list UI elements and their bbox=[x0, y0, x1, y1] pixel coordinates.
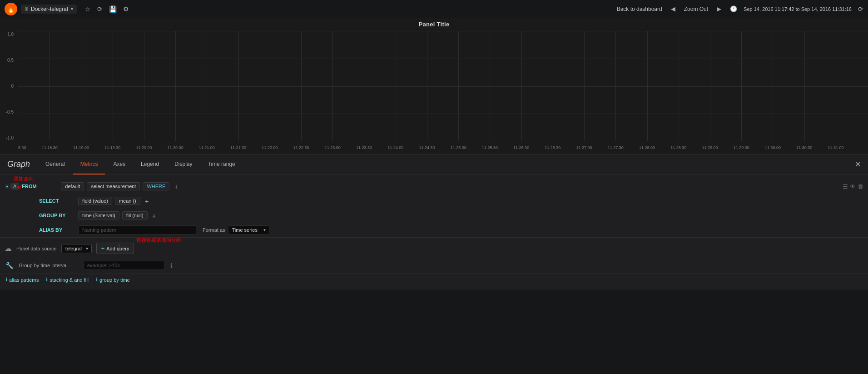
select-add-button[interactable]: + bbox=[143, 197, 151, 205]
info-icon-1: ℹ bbox=[5, 277, 7, 283]
v-grid-line bbox=[144, 31, 144, 141]
zoom-left-button[interactable]: ◀ bbox=[669, 5, 678, 13]
plus-icon: + bbox=[101, 245, 105, 252]
panel-editor-title: Graph bbox=[7, 160, 30, 169]
grid-line bbox=[18, 86, 868, 87]
x-label: 11:22:00 bbox=[262, 145, 278, 150]
format-select-wrapper[interactable]: Time series Table Heatmap bbox=[228, 225, 269, 234]
alias-patterns-label: alias patterns bbox=[9, 277, 39, 283]
v-grid-line bbox=[836, 31, 836, 141]
v-grid-line bbox=[175, 31, 176, 141]
breadcrumb: ⊞ Docker-telegraf ▾ bbox=[21, 5, 77, 14]
panel-editor: Graph General Metrics Axes Legend Displa… bbox=[0, 155, 868, 290]
tab-display[interactable]: Display bbox=[167, 155, 199, 175]
select-measurement-tag[interactable]: select measurement bbox=[87, 182, 140, 190]
row-delete-button[interactable]: 🗑 bbox=[858, 183, 863, 190]
group-by-time-link-label: group by time bbox=[99, 277, 130, 283]
settings-row: 🔧 Group by time interval ℹ bbox=[0, 257, 868, 274]
naming-pattern-input[interactable] bbox=[78, 225, 196, 234]
wrench-icon: 🔧 bbox=[5, 262, 13, 269]
query-toggle[interactable]: ▾ A bbox=[5, 183, 19, 190]
v-grid-line bbox=[804, 31, 805, 141]
row-eye-button[interactable]: 👁 bbox=[850, 183, 856, 190]
alias-by-row: ALIAS BY Format as Time series Table Hea… bbox=[0, 223, 868, 237]
fill-tag[interactable]: fill (null) bbox=[122, 211, 148, 219]
grid-line bbox=[18, 59, 868, 59]
y-label-4: -0.5 bbox=[2, 110, 16, 115]
query-label-a[interactable]: A bbox=[10, 183, 19, 190]
time-interval-tag[interactable]: time ($interval) bbox=[78, 211, 119, 219]
zoom-out-label[interactable]: Zoom Out bbox=[684, 6, 708, 12]
y-axis: 1.0 0.5 0 -0.5 -1.0 bbox=[0, 31, 18, 141]
v-grid-line bbox=[679, 31, 679, 141]
add-query-button[interactable]: + Add query bbox=[96, 243, 134, 254]
grid-line bbox=[18, 31, 868, 31]
row-menu-button[interactable]: ☰ bbox=[843, 183, 848, 190]
v-grid-line bbox=[113, 31, 113, 141]
zoom-right-button[interactable]: ▶ bbox=[714, 5, 724, 13]
settings-button[interactable]: ⚙ bbox=[121, 4, 131, 15]
x-label: 11:28:00 bbox=[639, 145, 655, 150]
nav-actions: ☆ ⟳ 💾 ⚙ bbox=[83, 4, 131, 15]
metrics-editor: 添加查询 ↙ ▾ A FROM default select measureme… bbox=[0, 175, 868, 290]
y-label-5: -1.0 bbox=[2, 135, 16, 140]
info-icon[interactable]: ℹ bbox=[170, 262, 173, 269]
time-range: Sep 14, 2016 11:17:42 to Sep 14, 2016 11… bbox=[744, 6, 852, 12]
from-row-actions: ☰ 👁 🗑 bbox=[843, 183, 863, 190]
v-grid-line bbox=[458, 31, 459, 141]
tab-axes[interactable]: Axes bbox=[106, 155, 133, 175]
refresh-button[interactable]: ⟳ bbox=[858, 5, 863, 13]
alias-by-label: ALIAS BY bbox=[39, 227, 75, 233]
close-panel-button[interactable]: ✕ bbox=[855, 160, 861, 169]
x-label: 11:19:30 bbox=[104, 145, 120, 150]
v-grid-line bbox=[364, 31, 364, 141]
v-grid-line bbox=[396, 31, 396, 141]
tab-metrics[interactable]: Metrics bbox=[73, 155, 105, 175]
x-label: 11:21:00 bbox=[199, 145, 215, 150]
x-axis: 11:18:00 11:18:30 11:19:00 11:19:30 11:2… bbox=[18, 141, 868, 154]
v-grid-line bbox=[238, 31, 239, 141]
group-by-time-link[interactable]: ℹ group by time bbox=[96, 277, 130, 283]
v-grid-line bbox=[207, 31, 207, 141]
where-add-button[interactable]: + bbox=[172, 183, 180, 190]
v-grid-line bbox=[332, 31, 333, 141]
default-tag[interactable]: default bbox=[61, 182, 84, 190]
x-label: 11:26:00 bbox=[513, 145, 529, 150]
share-button[interactable]: ⟳ bbox=[95, 4, 104, 15]
group-by-row: GROUP BY time ($interval) fill (null) + bbox=[0, 208, 868, 223]
y-label-3: 0 bbox=[2, 84, 16, 89]
group-by-add-button[interactable]: + bbox=[150, 212, 158, 219]
y-label-1: 1.0 bbox=[2, 32, 16, 37]
back-to-dashboard[interactable]: Back to dashboard bbox=[617, 6, 662, 12]
group-by-time-input[interactable] bbox=[83, 261, 165, 270]
x-label: 11:23:30 bbox=[356, 145, 372, 150]
group-by-label: GROUP BY bbox=[39, 213, 75, 218]
telegraf-select-wrapper[interactable]: telegraf bbox=[61, 244, 92, 253]
tab-general[interactable]: General bbox=[38, 155, 72, 175]
field-value-tag[interactable]: field (value) bbox=[78, 197, 112, 205]
format-select[interactable]: Time series Table Heatmap bbox=[228, 225, 269, 234]
query-label-row: ▾ A bbox=[5, 183, 19, 190]
alias-patterns-link[interactable]: ℹ alias patterns bbox=[5, 277, 39, 283]
from-label: FROM bbox=[22, 184, 58, 189]
x-label: 11:20:30 bbox=[168, 145, 184, 150]
x-label: 11:18:30 bbox=[42, 145, 58, 150]
save-button[interactable]: 💾 bbox=[107, 4, 119, 15]
star-button[interactable]: ☆ bbox=[83, 4, 93, 15]
datasource-select[interactable]: telegraf bbox=[61, 244, 92, 253]
select-label: SELECT bbox=[39, 198, 75, 204]
v-grid-line bbox=[615, 31, 616, 141]
panel-data-source-label: Panel data source bbox=[16, 246, 57, 251]
x-label: 11:23:00 bbox=[325, 145, 341, 150]
top-nav: 🔥 ⊞ Docker-telegraf ▾ ☆ ⟳ 💾 ⚙ Back to da… bbox=[0, 0, 868, 18]
app-logo: 🔥 bbox=[5, 3, 17, 15]
info-icon-2: ℹ bbox=[46, 277, 48, 283]
tab-time-range[interactable]: Time range bbox=[201, 155, 243, 175]
dashboard-name: Docker-telegraf bbox=[31, 6, 68, 12]
x-label: 11:30:00 bbox=[765, 145, 781, 150]
tab-legend[interactable]: Legend bbox=[134, 155, 166, 175]
v-grid-line bbox=[647, 31, 648, 141]
mean-tag[interactable]: mean () bbox=[115, 197, 140, 205]
stacking-fill-link[interactable]: ℹ stacking & and fill bbox=[46, 277, 89, 283]
format-as-label: Format as bbox=[203, 227, 225, 233]
